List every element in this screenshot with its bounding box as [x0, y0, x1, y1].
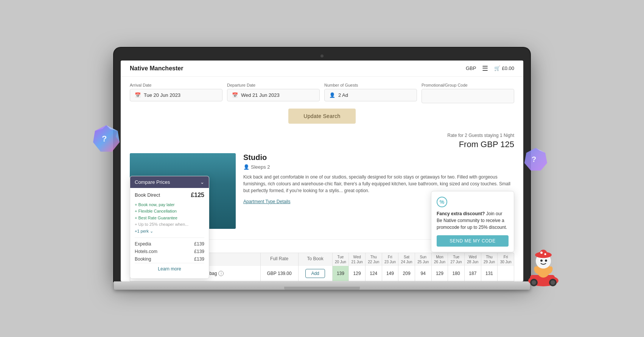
screen-bezel: Native Manchester GBP ☰ 🛒 £0.00 — [114, 48, 530, 281]
guests-input[interactable]: 👤 2 Ad — [324, 89, 417, 101]
discount-icon: % — [437, 197, 509, 207]
discount-popup-text: Fancy extra discount? Join our Be Native… — [437, 210, 509, 231]
date-col-8: Wed28 Jun — [465, 253, 481, 266]
col-full-rate: Full Rate — [261, 253, 299, 266]
book-direct-row: Book Direct £125 — [135, 192, 204, 199]
date-col-5: Sun25 Jun — [415, 253, 432, 266]
price-col-8: 187 — [465, 266, 481, 281]
gem-decoration-right: ? — [523, 146, 549, 172]
departure-label: Departure Date — [227, 83, 320, 87]
send-code-button[interactable]: SEND ME MY CODE — [437, 235, 509, 247]
svg-point-21 — [216, 188, 225, 194]
svg-text:?: ? — [532, 155, 536, 163]
svg-point-37 — [540, 252, 543, 254]
arrival-date-value: Tue 20 Jun 2023 — [144, 92, 180, 98]
guests-value: 2 Ad — [338, 92, 348, 98]
currency-selector[interactable]: GBP — [466, 65, 476, 71]
svg-point-13 — [194, 170, 196, 172]
expedia-row: Expedia £139 — [135, 240, 204, 248]
expedia-price: £139 — [194, 241, 204, 247]
date-col-9: Thu29 Jun — [481, 253, 498, 266]
price-col-7: 180 — [448, 266, 465, 281]
apartment-card: Compare Prices ⌄ Book Direct £125 + Book… — [130, 153, 514, 234]
hotels-label: Hotels.com — [135, 249, 157, 254]
compare-prices-panel: Compare Prices ⌄ Book Direct £125 + Book… — [130, 176, 209, 279]
cart-price: £0.00 — [502, 65, 514, 71]
guests-field-group: Number of Guests 👤 2 Ad — [324, 83, 417, 103]
rate-full-0: GBP 139.00 — [261, 266, 299, 281]
guests-person-icon: 👤 — [243, 164, 249, 170]
more-perks[interactable]: +1 perk ⌄ — [135, 228, 204, 235]
apartment-guests: 👤 Sleeps 2 — [243, 164, 514, 170]
svg-point-38 — [544, 253, 546, 255]
booking-row: Booking £139 — [135, 255, 204, 263]
date-col-3: Fri23 Jun — [382, 253, 399, 266]
date-col-2: Thu22 Jun — [366, 253, 382, 266]
price-col-4: 209 — [398, 266, 415, 281]
svg-text:?: ? — [102, 134, 107, 143]
price-col-5: 94 — [415, 266, 432, 281]
date-col-6: Mon26 Jun — [432, 253, 448, 266]
svg-rect-24 — [208, 202, 235, 228]
price-col-0: 139 — [333, 266, 349, 281]
browser-content: Native Manchester GBP ☰ 🛒 £0.00 — [121, 61, 523, 281]
price-col-3: 149 — [382, 266, 399, 281]
laptop-base — [114, 281, 530, 290]
laptop-screen: Native Manchester GBP ☰ 🛒 £0.00 — [121, 61, 523, 281]
discount-popup: % Fancy extra discount? Join our Be Nati… — [431, 191, 514, 252]
price-col-6: 129 — [432, 266, 448, 281]
booking-label: Booking — [135, 256, 151, 262]
compare-prices-header[interactable]: Compare Prices ⌄ — [130, 176, 209, 188]
add-rate-button[interactable]: Add — [305, 269, 325, 278]
svg-point-26 — [218, 214, 221, 216]
departure-date-input[interactable]: 📅 Wed 21 Jun 2023 — [227, 89, 320, 101]
svg-point-41 — [540, 259, 543, 262]
svg-rect-20 — [213, 189, 232, 196]
hotels-price: £139 — [194, 249, 204, 254]
price-col-9: 131 — [481, 266, 498, 281]
cart-area[interactable]: 🛒 £0.00 — [494, 65, 514, 71]
hamburger-icon[interactable]: ☰ — [482, 64, 488, 73]
perk-1: + Book now, pay later — [135, 202, 204, 208]
arrival-label: Arrival Date — [130, 83, 222, 87]
svg-point-32 — [551, 280, 555, 285]
compare-prices-title: Compare Prices — [135, 179, 170, 185]
price-col-10 — [498, 266, 514, 281]
learn-more-link[interactable]: Learn more — [135, 263, 204, 275]
compare-body: Book Direct £125 + Book now, pay later +… — [130, 188, 209, 279]
top-nav: Native Manchester GBP ☰ 🛒 £0.00 — [121, 61, 523, 77]
date-columns: Tue20 Jun Wed21 Jun Thu22 Jun Fri23 Jun … — [333, 253, 514, 266]
date-col-1: Wed21 Jun — [349, 253, 366, 266]
booking-price: £139 — [194, 256, 204, 262]
promo-field-group: Promotional/Group Code — [422, 83, 514, 103]
promo-input[interactable] — [422, 89, 514, 103]
apartment-guests-text: Sleeps 2 — [251, 164, 270, 170]
rate-price: From GBP 125 — [130, 140, 514, 149]
svg-point-14 — [218, 170, 221, 172]
expedia-label: Expedia — [135, 241, 151, 247]
svg-rect-12 — [208, 162, 235, 180]
search-section: Arrival Date 📅 Tue 20 Jun 2023 Departure… — [121, 77, 523, 133]
search-fields: Arrival Date 📅 Tue 20 Jun 2023 Departure… — [130, 83, 514, 103]
apartment-details-link[interactable]: Apartment Type Details — [243, 199, 291, 204]
date-col-0: Tue20 Jun — [333, 253, 349, 266]
hotels-row: Hotels.com £139 — [135, 248, 204, 255]
calendar-icon: 📅 — [135, 92, 141, 98]
camera — [320, 54, 324, 57]
cart-icon: 🛒 — [494, 65, 500, 71]
arrival-field-group: Arrival Date 📅 Tue 20 Jun 2023 — [130, 83, 222, 103]
date-col-4: Sat24 Jun — [398, 253, 415, 266]
col-to-book: To Book — [299, 253, 333, 266]
svg-point-42 — [545, 259, 547, 262]
arrival-date-input[interactable]: 📅 Tue 20 Jun 2023 — [130, 89, 222, 101]
update-search-button[interactable]: Update Search — [288, 109, 355, 124]
info-icon[interactable]: i — [218, 271, 224, 276]
laptop-shell: ? ? — [114, 48, 530, 290]
perk-2: + Flexible Cancellation — [135, 208, 204, 215]
promo-label: Promotional/Group Code — [422, 83, 514, 87]
perk-4: + Up to 25% cheaper when... — [135, 221, 204, 228]
book-direct-price: £125 — [191, 192, 204, 199]
compare-chevron-icon: ⌄ — [200, 179, 204, 185]
perks-list: + Book now, pay later + Flexible Cancell… — [135, 202, 204, 235]
price-col-1: 129 — [349, 266, 366, 281]
